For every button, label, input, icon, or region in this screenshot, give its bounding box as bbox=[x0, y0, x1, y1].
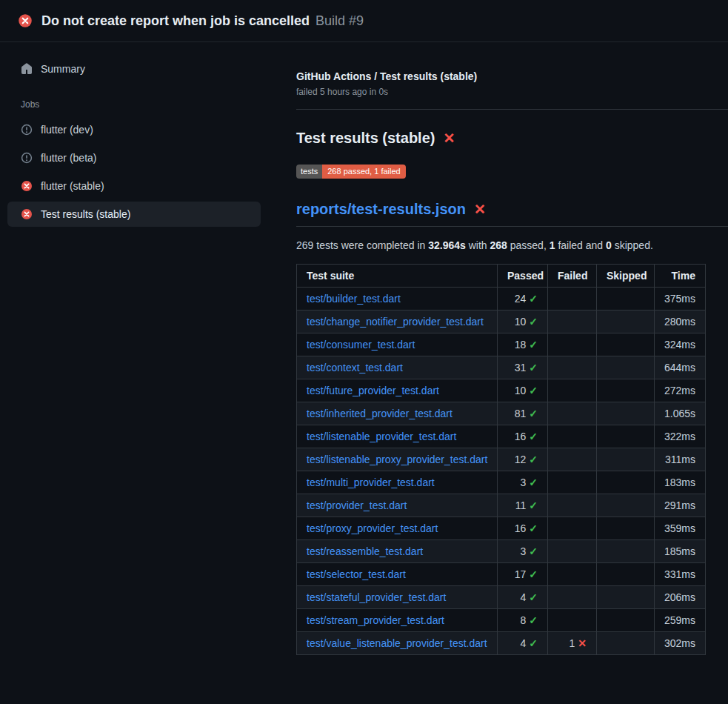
suite-cell: test/inherited_provider_test.dart bbox=[297, 402, 498, 425]
suite-cell: test/builder_test.dart bbox=[297, 288, 498, 311]
tests-badge: tests 268 passed, 1 failed bbox=[296, 165, 406, 179]
check-icon: ✓ bbox=[529, 316, 538, 328]
report-link[interactable]: reports/test-results.json bbox=[296, 201, 466, 218]
section-title-text: Test results (stable) bbox=[296, 130, 435, 147]
sidebar-item-flutter-stable[interactable]: flutter (stable) bbox=[7, 173, 261, 199]
sidebar-item-label: Test results (stable) bbox=[41, 208, 130, 220]
skipped-count: 0 bbox=[606, 239, 612, 251]
suite-link[interactable]: test/consumer_test.dart bbox=[307, 339, 415, 351]
jobs-heading: Jobs bbox=[21, 99, 296, 110]
failed-cell bbox=[548, 356, 597, 379]
suite-link[interactable]: test/stateful_provider_test.dart bbox=[307, 591, 446, 603]
skipped-cell bbox=[597, 288, 655, 311]
failed-cell bbox=[548, 494, 597, 517]
sidebar-item-summary[interactable]: Summary bbox=[7, 56, 261, 82]
suite-cell: test/value_listenable_provider_test.dart bbox=[297, 632, 498, 655]
run-title: Do not create report when job is cancell… bbox=[41, 13, 310, 28]
time-cell: 183ms bbox=[655, 471, 706, 494]
table-row: test/provider_test.dart11 ✓291ms bbox=[297, 494, 706, 517]
check-icon: ✓ bbox=[529, 614, 538, 626]
check-icon: ✓ bbox=[529, 591, 538, 603]
suite-link[interactable]: test/provider_test.dart bbox=[307, 499, 407, 511]
summary-line: 269 tests were completed in 32.964s with… bbox=[296, 239, 705, 251]
suite-cell: test/reassemble_test.dart bbox=[297, 540, 498, 563]
table-row: test/change_notifier_provider_test.dart1… bbox=[297, 311, 706, 333]
passed-cell: 4 ✓ bbox=[498, 632, 548, 655]
skipped-cell bbox=[597, 586, 655, 609]
run-header: Do not create report when job is cancell… bbox=[0, 0, 728, 42]
suite-cell: test/change_notifier_provider_test.dart bbox=[297, 311, 498, 333]
suite-link[interactable]: test/value_listenable_provider_test.dart bbox=[307, 637, 487, 649]
check-icon: ✓ bbox=[529, 522, 538, 534]
passed-count: 268 bbox=[490, 239, 507, 251]
failed-count: 1 bbox=[550, 239, 555, 251]
sidebar-item-flutter-beta[interactable]: flutter (beta) bbox=[7, 145, 261, 170]
check-icon: ✓ bbox=[529, 545, 538, 557]
failed-cell bbox=[548, 402, 597, 425]
failed-status-icon bbox=[21, 180, 33, 192]
passed-cell: 3 ✓ bbox=[498, 471, 548, 494]
suite-cell: test/proxy_provider_test.dart bbox=[297, 517, 498, 540]
skipped-cell bbox=[597, 379, 655, 402]
failed-cell bbox=[548, 288, 597, 311]
suite-link[interactable]: test/context_test.dart bbox=[307, 362, 403, 373]
skipped-cell bbox=[597, 356, 655, 379]
suite-link[interactable]: test/reassemble_test.dart bbox=[307, 545, 423, 557]
time-cell: 280ms bbox=[655, 311, 706, 333]
build-number: Build #9 bbox=[315, 13, 364, 28]
table-row: test/proxy_provider_test.dart16 ✓359ms bbox=[297, 517, 706, 540]
passed-cell: 3 ✓ bbox=[498, 540, 548, 563]
report-heading: reports/test-results.json ✕ bbox=[296, 201, 728, 227]
sidebar-item-flutter-dev[interactable]: flutter (dev) bbox=[7, 117, 261, 142]
suite-link[interactable]: test/change_notifier_provider_test.dart bbox=[307, 316, 484, 328]
passed-cell: 16 ✓ bbox=[498, 425, 548, 448]
suite-cell: test/multi_provider_test.dart bbox=[297, 471, 498, 494]
failed-cell bbox=[548, 517, 597, 540]
suite-link[interactable]: test/future_provider_test.dart bbox=[307, 385, 439, 396]
failed-x-icon: ✕ bbox=[474, 202, 486, 216]
suite-link[interactable]: test/inherited_provider_test.dart bbox=[307, 408, 453, 419]
sidebar-item-test-results-stable[interactable]: Test results (stable) bbox=[7, 202, 261, 227]
suite-link[interactable]: test/builder_test.dart bbox=[307, 293, 401, 305]
passed-cell: 11 ✓ bbox=[498, 494, 548, 517]
time-cell: 1.065s bbox=[655, 402, 706, 425]
neutral-status-icon bbox=[21, 124, 33, 136]
failed-status-icon bbox=[18, 13, 33, 28]
skipped-cell bbox=[597, 632, 655, 655]
run-meta: failed 5 hours ago in 0s bbox=[296, 87, 728, 97]
check-icon: ✓ bbox=[529, 431, 538, 442]
sidebar-item-label: Summary bbox=[41, 63, 85, 75]
divider bbox=[296, 109, 728, 110]
table-row: test/listenable_provider_test.dart16 ✓32… bbox=[297, 425, 706, 448]
suite-link[interactable]: test/selector_test.dart bbox=[307, 568, 406, 580]
suite-link[interactable]: test/stream_provider_test.dart bbox=[307, 614, 444, 626]
col-test-suite: Test suite bbox=[297, 265, 498, 288]
table-row: test/builder_test.dart24 ✓375ms bbox=[297, 288, 706, 311]
time-cell: 311ms bbox=[655, 448, 706, 471]
suite-link[interactable]: test/listenable_provider_test.dart bbox=[307, 431, 456, 442]
passed-cell: 81 ✓ bbox=[498, 402, 548, 425]
col-skipped: Skipped bbox=[597, 265, 655, 288]
sidebar-item-label: flutter (beta) bbox=[41, 152, 96, 164]
skipped-cell bbox=[597, 471, 655, 494]
skipped-cell bbox=[597, 311, 655, 333]
suite-cell: test/listenable_provider_test.dart bbox=[297, 425, 498, 448]
table-row: test/context_test.dart31 ✓644ms bbox=[297, 356, 706, 379]
skipped-cell bbox=[597, 563, 655, 586]
check-icon: ✓ bbox=[529, 385, 538, 396]
suite-cell: test/future_provider_test.dart bbox=[297, 379, 498, 402]
time-cell: 206ms bbox=[655, 586, 706, 609]
passed-cell: 17 ✓ bbox=[498, 563, 548, 586]
col-passed: Passed bbox=[498, 265, 548, 288]
table-row: test/multi_provider_test.dart3 ✓183ms bbox=[297, 471, 706, 494]
suite-link[interactable]: test/proxy_provider_test.dart bbox=[307, 522, 438, 534]
time-cell: 259ms bbox=[655, 609, 706, 632]
suite-cell: test/selector_test.dart bbox=[297, 563, 498, 586]
suite-link[interactable]: test/multi_provider_test.dart bbox=[307, 476, 435, 488]
failed-cell: 1 ✕ bbox=[548, 632, 597, 655]
time-cell: 322ms bbox=[655, 425, 706, 448]
skipped-cell bbox=[597, 609, 655, 632]
suite-link[interactable]: test/listenable_proxy_provider_test.dart bbox=[307, 454, 487, 465]
duration-value: 32.964s bbox=[428, 239, 466, 251]
run-title-group: Do not create report when job is cancell… bbox=[41, 13, 364, 29]
